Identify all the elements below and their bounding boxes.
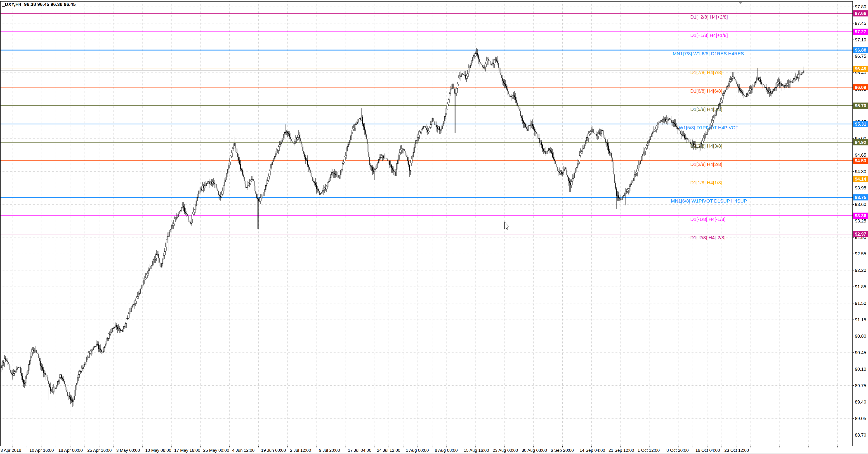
ohlc-bar — [547, 151, 547, 154]
ohlc-bar — [179, 212, 179, 214]
ohlc-bar — [486, 61, 487, 64]
ohlc-bar — [204, 186, 205, 188]
ohlc-bar — [377, 164, 377, 168]
ohlc-bar — [173, 224, 174, 225]
ohlc-bar — [410, 163, 411, 171]
ohlc-bar — [94, 346, 94, 348]
ohlc-bar — [438, 127, 439, 129]
ohlc-bar — [285, 132, 286, 133]
ohlc-bar — [81, 368, 82, 371]
ohlc-bar — [572, 178, 572, 181]
ohlc-bar — [749, 90, 750, 92]
ohlc-bar — [419, 132, 420, 135]
ohlc-bar — [141, 288, 141, 289]
ohlc-bar — [461, 75, 461, 77]
ohlc-bar — [344, 157, 345, 162]
ohlc-bar — [331, 174, 331, 178]
ohlc-bar — [4, 359, 5, 363]
ohlc-bar — [200, 189, 201, 191]
ohlc-bar — [774, 88, 775, 90]
ohlc-bar — [111, 332, 112, 333]
ohlc-bar — [336, 175, 337, 175]
ohlc-bar — [444, 117, 445, 121]
time-label: 25 May 00:00 — [203, 448, 229, 453]
ohlc-bar — [86, 362, 86, 362]
ohlc-bar — [591, 132, 592, 132]
ohlc-bar — [657, 124, 657, 125]
price-level-badge-value: 95.31 — [855, 121, 866, 126]
ohlc-bar — [174, 219, 175, 224]
ohlc-bar — [193, 211, 194, 214]
ohlc-bar — [723, 93, 723, 95]
ohlc-bar — [582, 149, 583, 152]
price-level-badge-value: 93.36 — [855, 213, 866, 218]
ohlc-bar — [340, 170, 341, 175]
ohlc-bar — [720, 102, 721, 104]
ohlc-bar — [151, 265, 152, 266]
ohlc-bar — [182, 206, 183, 207]
ohlc-bar — [798, 75, 799, 77]
ohlc-bar — [44, 373, 44, 374]
ohlc-bar — [469, 68, 469, 68]
ohlc-bar — [252, 179, 252, 179]
ohlc-bar — [226, 173, 227, 177]
ohlc-bar — [75, 385, 76, 390]
ohlc-bar — [631, 183, 631, 185]
ohlc-bar — [450, 89, 451, 94]
time-label: 3 May 00:00 — [116, 448, 140, 453]
ohlc-bar — [105, 344, 106, 346]
ohlc-bar — [128, 314, 129, 318]
ohlc-bar — [127, 318, 128, 319]
ohlc-bar — [588, 134, 589, 138]
window-bottom-strip — [0, 453, 868, 454]
ohlc-bar — [656, 126, 657, 129]
ohlc-bar — [99, 348, 100, 349]
ohlc-bar — [453, 84, 453, 84]
ohlc-bar — [13, 373, 14, 375]
ohlc-bar — [196, 201, 196, 206]
ohlc-bar — [793, 80, 793, 82]
ohlc-bar — [430, 124, 431, 127]
price-level-badge-value: 94.14 — [855, 176, 866, 181]
ohlc-bar — [403, 149, 403, 150]
ohlc-bar — [644, 151, 645, 152]
ohlc-bar — [724, 92, 724, 94]
ohlc-bar — [583, 148, 583, 149]
ohlc-bar — [654, 130, 655, 131]
ohlc-bar — [29, 365, 29, 370]
ohlc-bar — [455, 93, 456, 93]
ohlc-bar — [802, 73, 802, 74]
price-tick-label: 93.95 — [855, 186, 866, 190]
ohlc-bar — [397, 163, 397, 169]
ohlc-bar — [401, 149, 402, 150]
ohlc-bar — [84, 365, 84, 367]
ohlc-bar — [86, 357, 87, 362]
ohlc-bar — [635, 173, 636, 174]
price-level-badge-value: 95.70 — [855, 103, 866, 108]
ohlc-bar — [114, 327, 115, 328]
ohlc-bar — [343, 162, 344, 163]
ohlc-bar — [260, 198, 260, 201]
ohlc-bar — [755, 81, 756, 83]
ohlc-bar — [794, 78, 794, 80]
ohlc-bar — [415, 140, 416, 144]
ohlc-bar — [26, 375, 26, 379]
ohlc-bar — [321, 192, 322, 193]
ohlc-bar — [653, 131, 654, 132]
murrey-label: D1[-2/8] H4[-2/8] — [690, 235, 725, 240]
ohlc-bar — [750, 89, 751, 91]
chart-canvas[interactable]: D1[+2/8] H4[+2/8]D1[+1/8] H4[+1/8]MN1[7/… — [0, 0, 868, 454]
ohlc-bar — [458, 78, 459, 84]
ohlc-bar — [464, 75, 465, 75]
ohlc-bar — [560, 172, 561, 173]
ohlc-bar — [686, 138, 686, 139]
murrey-label: MN1[7/8] W1[6/8] D1RES H4RES — [673, 51, 744, 56]
ohlc-bar — [786, 85, 787, 86]
ohlc-bar — [442, 126, 442, 129]
ohlc-bar — [425, 126, 425, 126]
ohlc-bar — [17, 368, 18, 369]
ohlc-bar — [669, 118, 669, 119]
ohlc-bar — [623, 195, 624, 196]
ohlc-bar — [31, 352, 32, 356]
ohlc-bar — [276, 150, 277, 154]
